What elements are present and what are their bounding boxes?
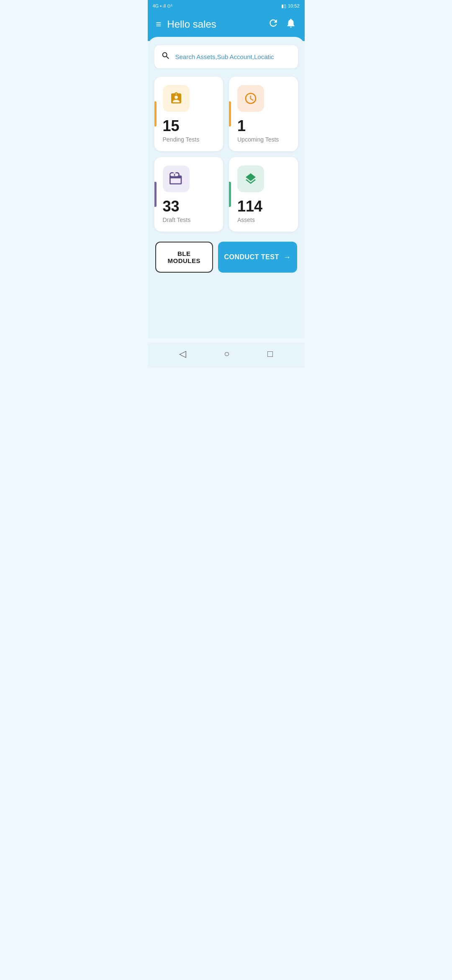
search-placeholder: Search Assets,Sub Account,Locatic [175,53,274,60]
header-right [268,18,296,31]
back-button[interactable]: ◁ [179,348,186,359]
bottom-buttons: BLE MODULES CONDUCT TEST → [154,242,298,273]
search-icon [161,51,170,62]
draft-tests-label: Draft Tests [163,217,217,223]
ble-modules-button[interactable]: BLE MODULES [155,242,213,273]
card-accent-orange [229,101,231,126]
clipboard-icon-box [163,85,190,112]
bottom-nav: ◁ ○ □ [148,343,305,368]
recent-button[interactable]: □ [267,348,273,359]
card-accent-green [229,182,231,207]
search-bar[interactable]: Search Assets,Sub Account,Locatic [154,45,298,68]
draft-tests-number: 33 [163,199,217,214]
assets-card[interactable]: 114 Assets [229,157,298,232]
cards-grid: 15 Pending Tests 1 Upcoming Tests 33 D [154,77,298,232]
status-left: 4G ▪ ᵢll ⊙¹ [153,3,172,9]
pending-tests-number: 15 [163,119,217,134]
layers-icon-box [237,165,264,192]
clock-icon-box [237,85,264,112]
assets-number: 114 [237,199,291,214]
main-content: Search Assets,Sub Account,Locatic 15 Pen… [148,37,305,338]
upcoming-tests-label: Upcoming Tests [237,136,291,143]
time: 10:52 [288,3,300,8]
refresh-icon[interactable] [268,18,279,31]
upcoming-tests-card[interactable]: 1 Upcoming Tests [229,77,298,151]
card-accent-purple [154,182,157,207]
pending-tests-label: Pending Tests [163,136,217,143]
bell-icon[interactable] [285,18,296,31]
assets-label: Assets [237,217,291,223]
header-title: Hello sales [167,18,216,30]
card-accent-yellow [154,101,157,126]
drawer-icon-box [163,165,190,192]
battery-icon: ▮▯ [281,3,286,9]
conduct-test-label: CONDUCT TEST [224,253,279,261]
draft-tests-card[interactable]: 33 Draft Tests [154,157,223,232]
arrow-icon: → [283,253,291,262]
status-right: ▮▯ 10:52 [281,3,300,9]
pending-tests-card[interactable]: 15 Pending Tests [154,77,223,151]
hamburger-icon[interactable]: ≡ [156,20,162,29]
status-bar: 4G ▪ ᵢll ⊙¹ ▮▯ 10:52 [148,0,305,12]
home-button[interactable]: ○ [224,348,229,359]
conduct-test-button[interactable]: CONDUCT TEST → [218,242,297,273]
header-left: ≡ Hello sales [156,18,216,30]
upcoming-tests-number: 1 [237,119,291,134]
